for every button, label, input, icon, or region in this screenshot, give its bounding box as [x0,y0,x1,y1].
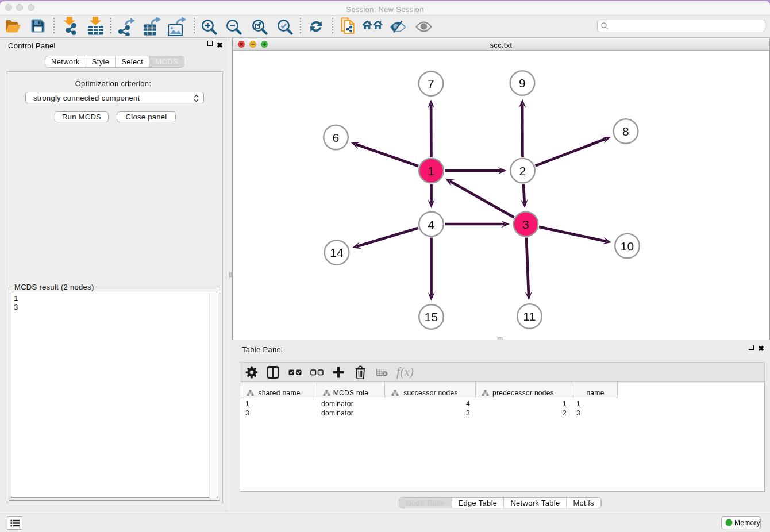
svg-text:4: 4 [428,218,435,231]
svg-text:11: 11 [523,310,536,323]
svg-text:9: 9 [519,76,526,90]
svg-text:6: 6 [333,131,340,144]
svg-text:7: 7 [428,77,434,90]
svg-text:1: 1 [428,164,435,178]
svg-text:2: 2 [519,164,526,178]
svg-text:10: 10 [621,240,634,253]
svg-text:14: 14 [330,246,344,259]
svg-text:3: 3 [522,218,529,231]
svg-text:15: 15 [425,310,438,323]
svg-text:8: 8 [622,125,629,138]
